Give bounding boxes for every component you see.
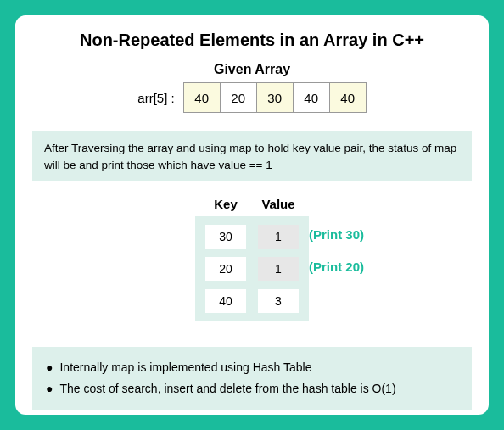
map-area: Key Value 30 1 (Print 30) 20 1 (Print 20…: [32, 197, 472, 330]
value-header: Value: [258, 197, 299, 211]
map-value-cell: 1: [258, 225, 299, 249]
note-text: The cost of search, insert and delete fr…: [59, 378, 395, 399]
array-cell: 40: [293, 82, 330, 113]
map-key-cell: 40: [205, 289, 246, 313]
arr-label: arr[5] :: [137, 91, 174, 105]
bullet-icon: ●: [46, 378, 53, 399]
array-cell: 40: [183, 82, 221, 113]
bullet-icon: ●: [46, 357, 53, 378]
note-line: ● The cost of search, insert and delete …: [46, 378, 458, 399]
map-key-cell: 20: [205, 257, 246, 281]
note-line: ● Internally map is implemented using Ha…: [46, 357, 458, 378]
explain-box: After Traversing the array and using map…: [32, 131, 472, 181]
map-value-cell: 1: [258, 257, 299, 281]
print-label: (Print 20): [309, 260, 364, 274]
map-value-cell: 3: [258, 289, 299, 313]
map-inner: Key Value 30 1 (Print 30) 20 1 (Print 20…: [187, 197, 317, 330]
array-cell: 40: [329, 82, 367, 113]
card: Non-Repeated Elements in an Array in C++…: [15, 15, 489, 415]
map-body: 30 1 (Print 30) 20 1 (Print 20) 40 3: [195, 216, 309, 321]
note-text: Internally map is implemented using Hash…: [59, 357, 311, 378]
array-cells: 40 20 30 40 40: [183, 82, 367, 113]
map-row: 20 1 (Print 20): [205, 257, 299, 281]
map-key-cell: 30: [205, 225, 246, 249]
array-cell: 20: [220, 82, 257, 113]
array-row: arr[5] : 40 20 30 40 40: [32, 82, 472, 113]
print-label: (Print 30): [309, 227, 364, 242]
notes-box: ● Internally map is implemented using Ha…: [32, 347, 472, 410]
page-title: Non-Repeated Elements in an Array in C++: [32, 31, 472, 50]
map-headers: Key Value: [195, 197, 309, 211]
given-array-label: Given Array: [32, 62, 472, 77]
map-row: 30 1 (Print 30): [205, 225, 299, 249]
array-cell: 30: [256, 82, 294, 113]
key-header: Key: [205, 197, 246, 211]
map-row: 40 3: [205, 289, 299, 313]
